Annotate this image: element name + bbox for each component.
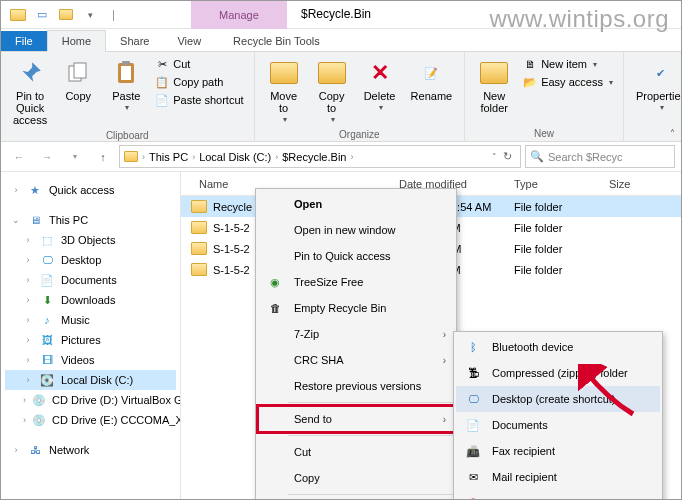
tab-view[interactable]: View (163, 31, 215, 51)
ctx-open[interactable]: Open (258, 191, 454, 217)
properties-button[interactable]: ✔Properties▾ (632, 56, 682, 115)
ctx-open-new-window[interactable]: Open in new window (258, 217, 454, 243)
separator (288, 494, 453, 495)
expand-icon[interactable]: › (11, 185, 21, 195)
quick-access-toolbar: ▭ ▾ │ (1, 4, 131, 26)
ctx-send-to[interactable]: Send to› (258, 406, 454, 432)
pin-icon (15, 58, 45, 88)
downloads-icon: ⬇ (39, 293, 55, 307)
search-placeholder: Search $Recyc (548, 151, 623, 163)
address-box[interactable]: › This PC› Local Disk (C:)› $Recycle.Bin… (119, 145, 521, 168)
shortcut-icon: 📄 (155, 93, 169, 107)
tab-home[interactable]: Home (47, 30, 106, 52)
cube-icon: ⬚ (39, 233, 55, 247)
nav-music[interactable]: ›♪Music (5, 310, 176, 330)
ctx-cut[interactable]: Cut (258, 439, 454, 465)
easy-access-button[interactable]: 📂Easy access▾ (521, 74, 615, 90)
nav-local-disk[interactable]: ›💽Local Disk (C:) (5, 370, 176, 390)
sendto-mail[interactable]: ✉Mail recipient (456, 464, 660, 490)
pictures-icon: 🖼 (39, 333, 55, 347)
documents-icon: 📄 (464, 417, 482, 433)
group-label-clipboard: Clipboard (9, 128, 246, 141)
qat-newfolder-icon[interactable] (55, 4, 77, 26)
expand-icon[interactable]: ⌄ (11, 215, 21, 225)
copy-button[interactable]: Copy (57, 56, 99, 104)
sendto-sharex[interactable]: ◯ShareX (456, 490, 660, 500)
nav-quick-access[interactable]: ›★Quick access (5, 180, 176, 200)
ctx-7zip[interactable]: 7-Zip› (258, 321, 454, 347)
svg-rect-3 (121, 66, 131, 80)
ctx-copy[interactable]: Copy (258, 465, 454, 491)
svg-rect-1 (74, 63, 86, 78)
manage-contextual-tab[interactable]: Manage (191, 1, 287, 29)
tab-file[interactable]: File (1, 31, 47, 51)
nav-cd-e[interactable]: ›💿CD Drive (E:) CCCOMA_X64FRE_ (5, 410, 176, 430)
cd-icon: 💿 (32, 413, 46, 427)
sendto-compressed[interactable]: 🗜Compressed (zipped) folder (456, 360, 660, 386)
moveto-icon (269, 58, 299, 88)
cut-button[interactable]: ✂Cut (153, 56, 245, 72)
copy-path-button[interactable]: 📋Copy path (153, 74, 245, 90)
crumb-recyclebin[interactable]: $Recycle.Bin› (282, 151, 355, 163)
sharex-icon: ◯ (464, 495, 482, 500)
crumb-thispc[interactable]: This PC› (149, 151, 197, 163)
chevron-right-icon[interactable]: › (140, 152, 147, 162)
paste-shortcut-button[interactable]: 📄Paste shortcut (153, 92, 245, 108)
ctx-treesize[interactable]: ◉TreeSize Free (258, 269, 454, 295)
ctx-restore-previous[interactable]: Restore previous versions (258, 373, 454, 399)
nav-cd-d[interactable]: ›💿CD Drive (D:) VirtualBox Guest A (5, 390, 176, 410)
ribbon-collapse-icon[interactable]: ˄ (670, 128, 675, 139)
title-bar: ▭ ▾ │ Manage $Recycle.Bin www.wintips.or… (1, 1, 681, 29)
recent-dropdown[interactable]: ▾ (63, 145, 87, 169)
nav-documents[interactable]: ›📄Documents (5, 270, 176, 290)
svg-rect-4 (122, 61, 130, 65)
nav-3dobjects[interactable]: ›⬚3D Objects (5, 230, 176, 250)
sendto-documents[interactable]: 📄Documents (456, 412, 660, 438)
ctx-crc-sha[interactable]: CRC SHA› (258, 347, 454, 373)
music-icon: ♪ (39, 313, 55, 327)
chevron-right-icon: › (443, 329, 446, 340)
col-size[interactable]: Size (601, 178, 681, 190)
new-item-button[interactable]: 🗎New item▾ (521, 56, 615, 72)
copy-icon (63, 58, 93, 88)
easyaccess-icon: 📂 (523, 75, 537, 89)
folder-icon (7, 4, 29, 26)
up-button[interactable]: ↑ (91, 145, 115, 169)
sendto-bluetooth[interactable]: ᛒBluetooth device (456, 334, 660, 360)
ctx-pin-quick[interactable]: Pin to Quick access (258, 243, 454, 269)
network-icon: 🖧 (27, 443, 43, 457)
search-box[interactable]: 🔍 Search $Recyc (525, 145, 675, 168)
col-type[interactable]: Type (506, 178, 601, 190)
videos-icon: 🎞 (39, 353, 55, 367)
tab-recycle-tools[interactable]: Recycle Bin Tools (219, 31, 334, 51)
nav-pictures[interactable]: ›🖼Pictures (5, 330, 176, 350)
refresh-icon[interactable]: ↻ (503, 150, 512, 163)
pin-quick-button[interactable]: Pin to Quick access (9, 56, 51, 128)
mail-icon: ✉ (464, 469, 482, 485)
qat-customize-icon[interactable]: ▾ (79, 4, 101, 26)
newfolder-icon (479, 58, 509, 88)
rename-button[interactable]: 📝Rename (407, 56, 457, 104)
nav-videos[interactable]: ›🎞Videos (5, 350, 176, 370)
separator (288, 435, 453, 436)
sendto-desktop[interactable]: 🖵Desktop (create shortcut) (456, 386, 660, 412)
delete-button[interactable]: ✕Delete▾ (359, 56, 401, 115)
ctx-empty-recycle[interactable]: 🗑Empty Recycle Bin (258, 295, 454, 321)
copy-to-button[interactable]: Copy to▾ (311, 56, 353, 127)
nav-downloads[interactable]: ›⬇Downloads (5, 290, 176, 310)
move-to-button[interactable]: Move to▾ (263, 56, 305, 127)
bluetooth-icon: ᛒ (464, 339, 482, 355)
nav-desktop[interactable]: ›🖵Desktop (5, 250, 176, 270)
nav-network[interactable]: ›🖧Network (5, 440, 176, 460)
crumb-localdisk[interactable]: Local Disk (C:)› (199, 151, 280, 163)
tab-share[interactable]: Share (106, 31, 163, 51)
sendto-fax[interactable]: 📠Fax recipient (456, 438, 660, 464)
qat-props-icon[interactable]: ▭ (31, 4, 53, 26)
back-button[interactable]: ← (7, 145, 31, 169)
nav-this-pc[interactable]: ⌄🖥This PC (5, 210, 176, 230)
forward-button[interactable]: → (35, 145, 59, 169)
dropdown-icon[interactable]: ˅ (492, 152, 497, 162)
new-folder-button[interactable]: New folder (473, 56, 515, 116)
paste-button[interactable]: Paste▾ (105, 56, 147, 115)
treesize-icon: ◉ (266, 274, 284, 290)
